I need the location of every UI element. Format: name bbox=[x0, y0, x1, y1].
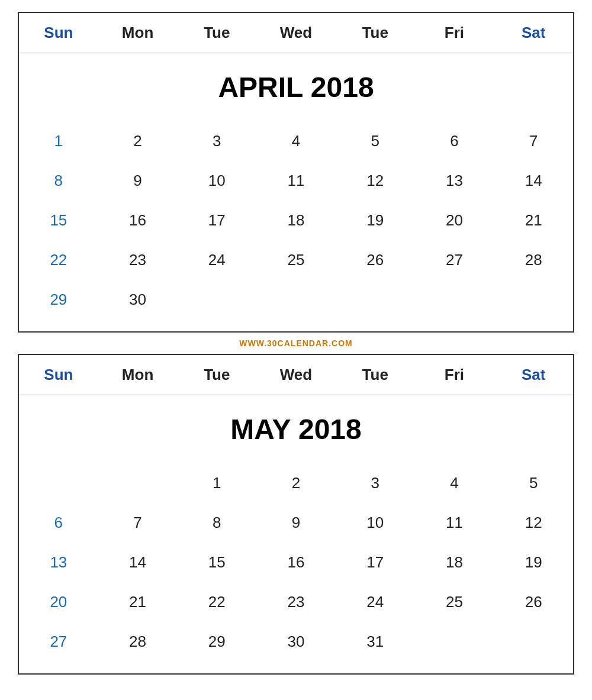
day-cell: 1 bbox=[19, 121, 98, 161]
day-cell: 30 bbox=[98, 280, 178, 320]
day-header-sun: Sun bbox=[19, 19, 98, 47]
day-cell: 8 bbox=[177, 503, 256, 543]
april-days-grid: 1234567891011121314151617181920212223242… bbox=[19, 115, 573, 331]
day-cell: 23 bbox=[256, 582, 336, 622]
day-cell: 29 bbox=[177, 622, 256, 662]
day-cell: 24 bbox=[177, 240, 256, 280]
day-cell: 21 bbox=[494, 201, 573, 240]
day-cell: 5 bbox=[336, 121, 415, 161]
day-cell: 11 bbox=[415, 503, 494, 543]
day-cell: 31 bbox=[336, 622, 415, 662]
day-cell bbox=[256, 280, 336, 320]
may-month-title: MAY 2018 bbox=[19, 395, 573, 457]
day-cell: 3 bbox=[336, 463, 415, 503]
day-cell: 29 bbox=[19, 280, 98, 320]
day-cell: 22 bbox=[19, 240, 98, 280]
april-calendar: SunMonTueWedTueFriSat APRIL 2018 1234567… bbox=[18, 12, 574, 333]
day-header-tue: Tue bbox=[177, 361, 256, 389]
day-cell: 23 bbox=[98, 240, 178, 280]
day-cell: 6 bbox=[19, 503, 98, 543]
day-cell: 24 bbox=[336, 582, 415, 622]
day-cell: 28 bbox=[494, 240, 573, 280]
day-cell: 16 bbox=[98, 201, 178, 240]
day-cell: 25 bbox=[415, 582, 494, 622]
day-cell bbox=[177, 280, 256, 320]
day-cell: 5 bbox=[494, 463, 573, 503]
day-cell: 3 bbox=[177, 121, 256, 161]
day-cell: 11 bbox=[256, 161, 336, 201]
day-cell: 26 bbox=[336, 240, 415, 280]
day-cell bbox=[98, 463, 178, 503]
day-cell bbox=[19, 463, 98, 503]
day-cell: 21 bbox=[98, 582, 178, 622]
day-cell bbox=[415, 622, 494, 662]
day-header-mon: Mon bbox=[98, 361, 178, 389]
day-header-sat: Sat bbox=[494, 19, 573, 47]
april-month-title: APRIL 2018 bbox=[19, 53, 573, 115]
watermark: WWW.30CALENDAR.COM bbox=[239, 333, 352, 354]
day-header-sun: Sun bbox=[19, 361, 98, 389]
may-days-grid: 1234567891011121314151617181920212223242… bbox=[19, 457, 573, 673]
day-cell: 27 bbox=[19, 622, 98, 662]
day-cell: 17 bbox=[336, 543, 415, 582]
day-cell: 26 bbox=[494, 582, 573, 622]
day-header-wed: Wed bbox=[256, 19, 336, 47]
day-cell: 30 bbox=[256, 622, 336, 662]
day-cell: 14 bbox=[494, 161, 573, 201]
day-header-tue: Tue bbox=[177, 19, 256, 47]
day-cell bbox=[415, 280, 494, 320]
day-cell: 12 bbox=[494, 503, 573, 543]
day-cell: 7 bbox=[494, 121, 573, 161]
day-cell: 28 bbox=[98, 622, 178, 662]
day-header-tue: Tue bbox=[336, 19, 415, 47]
day-cell: 2 bbox=[256, 463, 336, 503]
day-cell: 22 bbox=[177, 582, 256, 622]
day-cell: 15 bbox=[177, 543, 256, 582]
day-cell: 2 bbox=[98, 121, 178, 161]
day-cell: 10 bbox=[177, 161, 256, 201]
day-cell: 12 bbox=[336, 161, 415, 201]
day-cell: 4 bbox=[256, 121, 336, 161]
day-cell bbox=[336, 280, 415, 320]
day-cell: 9 bbox=[98, 161, 178, 201]
day-cell: 17 bbox=[177, 201, 256, 240]
day-cell: 8 bbox=[19, 161, 98, 201]
day-cell: 19 bbox=[494, 543, 573, 582]
day-cell: 15 bbox=[19, 201, 98, 240]
day-cell: 13 bbox=[415, 161, 494, 201]
day-header-mon: Mon bbox=[98, 19, 178, 47]
day-cell: 10 bbox=[336, 503, 415, 543]
day-cell: 6 bbox=[415, 121, 494, 161]
day-cell: 7 bbox=[98, 503, 178, 543]
day-cell: 18 bbox=[415, 543, 494, 582]
day-cell bbox=[494, 622, 573, 662]
day-cell: 20 bbox=[415, 201, 494, 240]
day-cell: 20 bbox=[19, 582, 98, 622]
may-calendar: SunMonTueWedTueFriSat MAY 2018 123456789… bbox=[18, 354, 574, 675]
day-cell: 1 bbox=[177, 463, 256, 503]
day-cell: 9 bbox=[256, 503, 336, 543]
day-cell bbox=[494, 280, 573, 320]
day-header-sat: Sat bbox=[494, 361, 573, 389]
day-cell: 27 bbox=[415, 240, 494, 280]
day-cell: 4 bbox=[415, 463, 494, 503]
day-cell: 14 bbox=[98, 543, 178, 582]
day-header-fri: Fri bbox=[415, 361, 494, 389]
day-cell: 16 bbox=[256, 543, 336, 582]
day-cell: 18 bbox=[256, 201, 336, 240]
day-cell: 13 bbox=[19, 543, 98, 582]
day-cell: 25 bbox=[256, 240, 336, 280]
day-cell: 19 bbox=[336, 201, 415, 240]
day-header-fri: Fri bbox=[415, 19, 494, 47]
day-header-tue: Tue bbox=[336, 361, 415, 389]
may-day-headers: SunMonTueWedTueFriSat bbox=[19, 355, 573, 395]
day-header-wed: Wed bbox=[256, 361, 336, 389]
april-day-headers: SunMonTueWedTueFriSat bbox=[19, 13, 573, 53]
